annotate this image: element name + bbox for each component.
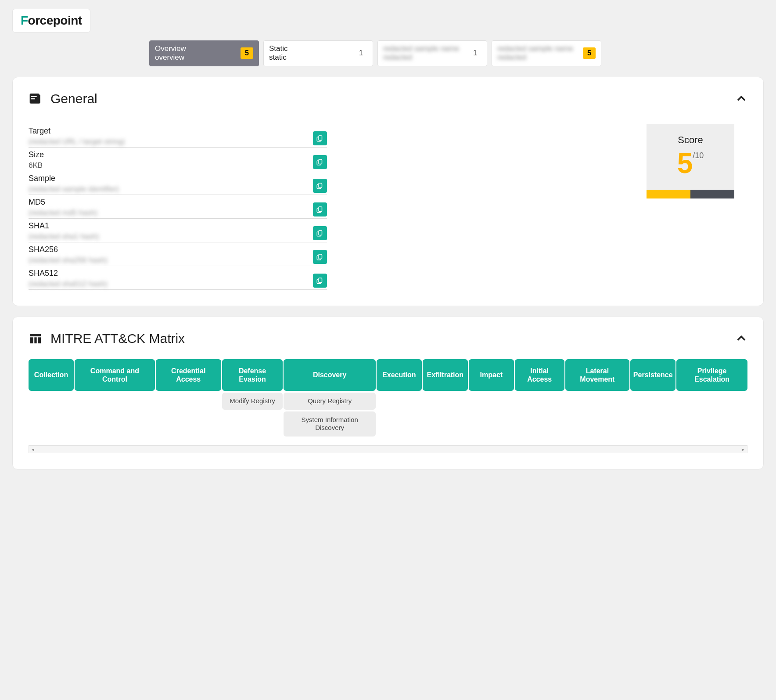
scroll-right-icon[interactable]: ► [739,446,747,453]
mitre-col-persistence: Persistence [630,359,675,437]
copy-button[interactable] [313,155,327,169]
analysis-tabs: Overviewoverview5Staticstatic1redacted s… [0,40,776,66]
mitre-col-discovery: DiscoveryQuery RegistrySystem Informatio… [284,359,375,437]
copy-button[interactable] [313,202,327,216]
tab-overview[interactable]: Overviewoverview5 [149,40,259,66]
mitre-columns: CollectionCommand and ControlCredential … [29,359,747,441]
mitre-tactic-header[interactable]: Exfiltration [423,359,468,391]
score-bar [647,190,734,198]
field-sample: Sample(redacted sample identifier) [29,171,327,195]
tab-badge: 1 [355,47,367,59]
score-label: Score [647,134,734,146]
field-target: Target(redacted URL / target string) [29,124,327,148]
mitre-col-lateral-movement: Lateral Movement [565,359,630,437]
table-icon [29,332,43,346]
mitre-technique[interactable]: Modify Registry [222,393,283,410]
mitre-col-initial-access: Initial Access [515,359,564,437]
mitre-col-command-and-control: Command and Control [75,359,155,437]
mitre-tactic-header[interactable]: Privilege Escalation [676,359,747,391]
field-label: Size [29,150,309,159]
general-title: General [50,91,727,106]
mitre-tactic-header[interactable]: Discovery [284,359,375,391]
mitre-technique[interactable]: System Information Discovery [284,411,375,437]
note-icon [29,92,43,106]
tab-line1: Static [269,44,351,53]
field-md5: MD5(redacted md5 hash) [29,195,327,219]
tab-line1: redacted sample name [497,44,579,53]
field-sha1: SHA1(redacted sha1 hash) [29,219,327,242]
mitre-card: MITRE ATT&CK Matrix CollectionCommand an… [12,317,764,469]
field-size: Size6KB [29,148,327,171]
field-label: Sample [29,174,309,183]
tab-line2: redacted [497,53,579,62]
mitre-tactic-header[interactable]: Command and Control [75,359,155,391]
general-card: General Target(redacted URL / target str… [12,77,764,306]
field-value: (redacted sha512 hash) [29,280,309,289]
field-sha512: SHA512(redacted sha512 hash) [29,266,327,290]
scroll-left-icon[interactable]: ◄ [29,446,37,453]
tab-line2: redacted [383,53,465,62]
field-label: MD5 [29,198,309,207]
tab-redacted[interactable]: redacted sample nameredacted1 [377,40,487,66]
mitre-technique[interactable]: Query Registry [284,393,375,410]
collapse-icon[interactable] [735,332,747,345]
mitre-tactic-header[interactable]: Persistence [630,359,675,391]
mitre-col-exfiltration: Exfiltration [423,359,468,437]
score-value: 5 [677,149,693,177]
score-box: Score 5/10 [647,124,734,198]
tab-badge: 5 [241,47,253,59]
mitre-col-privilege-escalation: Privilege Escalation [676,359,747,437]
svg-rect-4 [319,231,322,235]
mitre-tactic-header[interactable]: Credential Access [156,359,221,391]
mitre-col-impact: Impact [469,359,514,437]
collapse-icon[interactable] [735,93,747,105]
tab-redacted[interactable]: redacted sample nameredacted5 [492,40,601,66]
copy-button[interactable] [313,179,327,193]
tab-line1: Overview [155,44,237,53]
mitre-col-execution: Execution [377,359,422,437]
mitre-col-defense-evasion: Defense EvasionModify Registry [222,359,283,437]
field-label: SHA1 [29,221,309,231]
svg-rect-5 [319,254,322,259]
field-value: (redacted md5 hash) [29,209,309,217]
field-value: (redacted sample identifier) [29,185,309,194]
mitre-title: MITRE ATT&CK Matrix [50,331,727,346]
mitre-tactic-header[interactable]: Collection [29,359,74,391]
svg-rect-6 [319,278,322,283]
general-fields: Target(redacted URL / target string)Size… [29,124,327,290]
field-value: (redacted sha256 hash) [29,256,309,265]
mitre-tactic-header[interactable]: Initial Access [515,359,564,391]
field-label: SHA512 [29,269,309,278]
copy-button[interactable] [313,274,327,288]
mitre-tactic-header[interactable]: Lateral Movement [565,359,630,391]
brand-text: orcepoint [28,14,82,27]
copy-button[interactable] [313,250,327,264]
field-label: SHA256 [29,245,309,254]
mitre-tactic-header[interactable]: Execution [377,359,422,391]
mitre-col-credential-access: Credential Access [156,359,221,437]
tab-line2: overview [155,53,237,62]
svg-rect-3 [319,207,322,212]
copy-button[interactable] [313,226,327,240]
tab-line2: static [269,53,351,62]
copy-button[interactable] [313,131,327,145]
tab-static[interactable]: Staticstatic1 [263,40,373,66]
mitre-tactic-header[interactable]: Impact [469,359,514,391]
horizontal-scrollbar[interactable]: ◄ ► [29,445,747,453]
score-of: /10 [693,151,704,160]
tab-badge: 5 [583,47,596,59]
field-value: (redacted URL / target string) [29,137,309,146]
svg-rect-1 [319,159,322,164]
mitre-col-collection: Collection [29,359,74,437]
field-value: 6KB [29,161,309,170]
brand-logo: Forcepoint [12,9,90,32]
mitre-tactic-header[interactable]: Defense Evasion [222,359,283,391]
svg-rect-2 [319,183,322,188]
tab-badge: 1 [469,47,481,59]
field-value: (redacted sha1 hash) [29,232,309,241]
tab-line1: redacted sample name [383,44,465,53]
field-label: Target [29,126,309,136]
field-sha256: SHA256(redacted sha256 hash) [29,242,327,266]
svg-rect-0 [319,136,322,141]
